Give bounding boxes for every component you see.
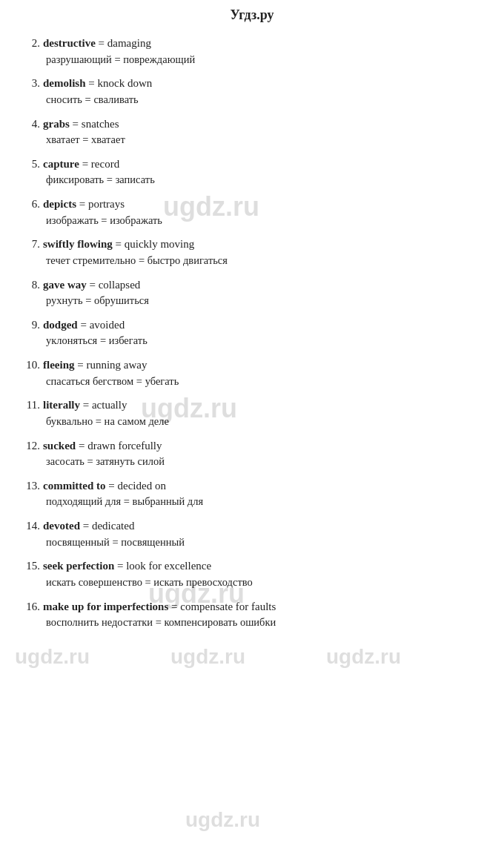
entry-item: 12.sucked = drawn forcefullyзасосать = з… bbox=[22, 437, 482, 470]
entry-eq: = avoided bbox=[78, 319, 125, 331]
entry-bold-term: committed to bbox=[43, 480, 106, 492]
entry-number: 13. bbox=[22, 480, 43, 492]
entry-translation: спасаться бегством = убегать bbox=[22, 374, 482, 390]
entry-main-line: 13.committed to = decided on bbox=[22, 477, 482, 495]
entry-number: 2. bbox=[22, 37, 43, 50]
entry-eq: = collapsed bbox=[87, 279, 141, 291]
content-area: 2.destructive = damagingразрушающий = по… bbox=[0, 29, 504, 661]
entry-definition: devoted = dedicated bbox=[43, 518, 134, 535]
entry-translation: засосать = затянуть силой bbox=[22, 454, 482, 470]
entry-definition: gave way = collapsed bbox=[43, 277, 140, 294]
entry-main-line: 5.capture = record bbox=[22, 156, 482, 173]
entry-main-line: 12.sucked = drawn forcefully bbox=[22, 437, 482, 454]
entry-translation: сносить = сваливать bbox=[22, 92, 482, 108]
entry-bold-term: make up for imperfections bbox=[43, 601, 168, 612]
entry-item: 2.destructive = damagingразрушающий = по… bbox=[22, 35, 482, 67]
entry-definition: grabs = snatches bbox=[43, 116, 119, 133]
entry-translation: изображать = изображать bbox=[22, 213, 482, 229]
entry-main-line: 2.destructive = damaging bbox=[22, 35, 482, 52]
entry-translation: уклоняться = избегать bbox=[22, 333, 482, 349]
entry-eq: = drawn forcefully bbox=[76, 440, 162, 452]
entry-eq: = decided on bbox=[106, 480, 166, 492]
entry-main-line: 10.fleeing = running away bbox=[22, 357, 482, 374]
entry-item: 16.make up for imperfections = compensat… bbox=[22, 598, 482, 631]
entry-bold-term: literally bbox=[43, 399, 80, 411]
entry-definition: committed to = decided on bbox=[43, 477, 166, 495]
entry-main-line: 15.seek perfection = look for excellence bbox=[22, 558, 482, 575]
entry-item: 15.seek perfection = look for excellence… bbox=[22, 558, 482, 590]
entry-item: 3.demolish = knock downсносить = свалива… bbox=[22, 75, 482, 108]
entry-eq: = running away bbox=[75, 359, 147, 371]
entry-bold-term: fleeing bbox=[43, 359, 75, 371]
entry-bold-term: seek perfection bbox=[43, 560, 114, 572]
entry-bold-term: gave way bbox=[43, 279, 87, 291]
entry-eq: = snatches bbox=[70, 118, 119, 130]
entry-bold-term: devoted bbox=[43, 520, 80, 532]
entry-definition: destructive = damaging bbox=[43, 35, 151, 52]
entry-definition: seek perfection = look for excellence bbox=[43, 558, 211, 575]
entry-number: 12. bbox=[22, 440, 43, 452]
entry-number: 4. bbox=[22, 118, 43, 130]
entry-main-line: 7.swiftly flowing = quickly moving bbox=[22, 236, 482, 253]
entry-number: 10. bbox=[22, 359, 43, 371]
entry-eq: = compensate for faults bbox=[168, 601, 276, 612]
entry-eq: = look for excellence bbox=[114, 560, 211, 572]
entry-definition: depicts = portrays bbox=[43, 196, 125, 213]
entry-item: 9.dodged = avoidedуклоняться = избегать bbox=[22, 317, 482, 349]
entry-definition: swiftly flowing = quickly moving bbox=[43, 236, 194, 253]
entry-eq: = portrays bbox=[76, 198, 125, 210]
entry-bold-term: destructive bbox=[43, 37, 96, 49]
entry-definition: sucked = drawn forcefully bbox=[43, 437, 162, 454]
entry-eq: = knock down bbox=[86, 77, 153, 89]
entry-number: 7. bbox=[22, 238, 43, 251]
entry-number: 9. bbox=[22, 319, 43, 331]
entry-translation: рухнуть = обрушиться bbox=[22, 293, 482, 309]
entry-translation: буквально = на самом деле bbox=[22, 414, 482, 430]
entry-number: 3. bbox=[22, 77, 43, 90]
entry-bold-term: depicts bbox=[43, 198, 76, 210]
entry-eq: = quickly moving bbox=[113, 238, 195, 250]
entry-item: 8.gave way = collapsedрухнуть = обрушить… bbox=[22, 277, 482, 309]
entry-bold-term: swiftly flowing bbox=[43, 238, 113, 250]
entry-translation: посвященный = посвященный bbox=[22, 535, 482, 551]
entry-translation: разрушающий = повреждающий bbox=[22, 52, 482, 68]
entry-eq: = dedicated bbox=[80, 520, 134, 532]
entry-bold-term: capture bbox=[43, 158, 79, 170]
entry-definition: fleeing = running away bbox=[43, 357, 147, 374]
entry-bold-term: dodged bbox=[43, 319, 78, 331]
entry-main-line: 8.gave way = collapsed bbox=[22, 277, 482, 294]
entry-item: 6.depicts = portraysизображать = изображ… bbox=[22, 196, 482, 228]
entry-bold-term: demolish bbox=[43, 77, 86, 89]
entry-main-line: 14.devoted = dedicated bbox=[22, 518, 482, 535]
entry-number: 16. bbox=[22, 601, 43, 613]
entry-item: 10.fleeing = running awayспасаться бегст… bbox=[22, 357, 482, 389]
entry-definition: capture = record bbox=[43, 156, 119, 173]
entry-definition: dodged = avoided bbox=[43, 317, 125, 334]
entry-item: 11.literally = actuallyбуквально = на са… bbox=[22, 397, 482, 429]
entry-eq: = actually bbox=[80, 399, 127, 411]
entry-number: 11. bbox=[22, 399, 43, 411]
entry-number: 6. bbox=[22, 198, 43, 211]
entry-bold-term: grabs bbox=[43, 118, 70, 130]
entry-main-line: 11.literally = actually bbox=[22, 397, 482, 414]
entry-eq: = damaging bbox=[96, 37, 151, 49]
entry-number: 5. bbox=[22, 158, 43, 171]
entry-main-line: 16.make up for imperfections = compensat… bbox=[22, 598, 482, 615]
entry-main-line: 4.grabs = snatches bbox=[22, 116, 482, 133]
entry-definition: demolish = knock down bbox=[43, 75, 152, 92]
entry-translation: фиксировать = записать bbox=[22, 172, 482, 188]
entry-main-line: 3.demolish = knock down bbox=[22, 75, 482, 92]
site-header: Угдз.ру bbox=[0, 0, 504, 29]
watermark: ugdz.ru bbox=[185, 808, 260, 832]
entry-main-line: 6.depicts = portrays bbox=[22, 196, 482, 213]
entry-translation: искать совершенство = искать превосходст… bbox=[22, 575, 482, 591]
entry-number: 14. bbox=[22, 520, 43, 532]
entry-bold-term: sucked bbox=[43, 440, 76, 452]
entry-item: 5.capture = recordфиксировать = записать bbox=[22, 156, 482, 188]
entry-definition: make up for imperfections = compensate f… bbox=[43, 598, 276, 615]
entry-item: 14.devoted = dedicatedпосвященный = посв… bbox=[22, 518, 482, 550]
entry-translation: подходящий для = выбранный для bbox=[22, 494, 482, 510]
entry-number: 15. bbox=[22, 560, 43, 572]
entry-item: 4.grabs = snatchesхватает = хватает bbox=[22, 116, 482, 148]
entry-translation: восполнить недостатки = компенсировать о… bbox=[22, 615, 482, 631]
